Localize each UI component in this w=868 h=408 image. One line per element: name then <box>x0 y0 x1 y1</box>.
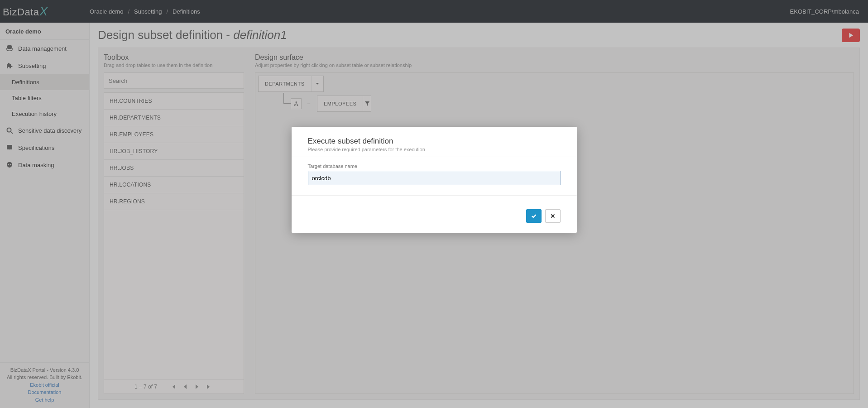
modal-subtitle: Please provide required parameters for t… <box>308 147 561 152</box>
divider <box>292 157 577 157</box>
confirm-button[interactable] <box>526 209 542 223</box>
check-icon <box>531 213 537 219</box>
target-db-input[interactable] <box>308 171 561 185</box>
modal-actions <box>308 209 561 223</box>
divider <box>292 195 577 196</box>
modal-title: Execute subset definition <box>308 137 561 146</box>
cancel-button[interactable] <box>545 209 561 223</box>
execute-modal: Execute subset definition Please provide… <box>292 127 577 233</box>
modal-overlay[interactable]: Execute subset definition Please provide… <box>0 0 868 408</box>
target-db-label: Target database name <box>308 163 561 169</box>
close-icon <box>550 213 556 219</box>
